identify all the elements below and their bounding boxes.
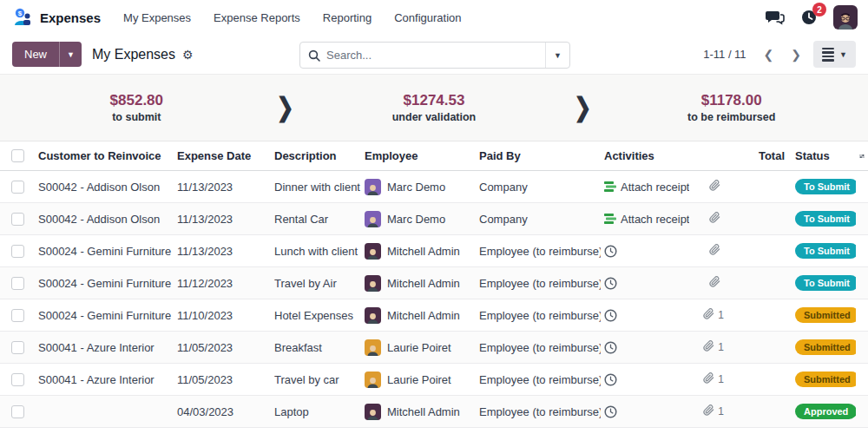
stat-to-be-reimbursed[interactable]: $1178.00 to be reimbursed bbox=[595, 92, 868, 123]
row-checkbox[interactable] bbox=[11, 341, 24, 354]
menu-reporting[interactable]: Reporting bbox=[323, 11, 372, 24]
activities-cell[interactable] bbox=[601, 245, 689, 258]
description-cell: Lunch with client bbox=[271, 245, 361, 258]
clock-activity-icon[interactable] bbox=[604, 309, 617, 322]
new-button[interactable]: New ▼ bbox=[12, 42, 82, 67]
menu-configuration[interactable]: Configuration bbox=[394, 11, 461, 24]
description-cell: Travel by Air bbox=[271, 277, 361, 290]
menu-my-expenses[interactable]: My Expenses bbox=[123, 11, 191, 24]
row-checkbox[interactable] bbox=[11, 373, 24, 386]
clock-activity-icon[interactable] bbox=[604, 373, 617, 386]
table-row[interactable]: S00042 - Addison Olson 11/13/2023 Dinner… bbox=[0, 171, 868, 203]
paperclip-icon bbox=[703, 308, 714, 322]
table-row[interactable]: S00041 - Azure Interior 11/05/2023 Break… bbox=[0, 332, 868, 364]
messages-icon[interactable] bbox=[766, 10, 785, 25]
row-checkbox[interactable] bbox=[11, 213, 24, 226]
clock-activity-icon[interactable] bbox=[604, 245, 617, 258]
stat-to-submit[interactable]: $852.80 to submit bbox=[0, 92, 273, 123]
activities-cell[interactable] bbox=[601, 405, 689, 418]
table-row[interactable]: S00041 - Azure Interior 11/05/2023 Trave… bbox=[0, 364, 868, 396]
search-filters-caret-icon[interactable]: ▼ bbox=[545, 43, 569, 68]
customer-cell: S00024 - Gemini Furniture bbox=[35, 245, 174, 258]
expense-summary-banner: $852.80 to submit ❯ $1274.53 under valid… bbox=[0, 75, 868, 141]
table-row[interactable]: S00024 - Gemini Furniture 11/13/2023 Lun… bbox=[0, 235, 868, 267]
expenses-app-icon[interactable]: $ bbox=[10, 7, 33, 28]
paperclip-icon bbox=[709, 276, 720, 290]
attachment-cell bbox=[689, 180, 727, 194]
attachment-cell: 1 bbox=[689, 340, 727, 354]
activities-cell[interactable] bbox=[601, 341, 689, 354]
search-bar: ▼ bbox=[299, 42, 570, 69]
search-input[interactable] bbox=[326, 49, 545, 62]
employee-avatar bbox=[365, 307, 381, 324]
stat-under-validation[interactable]: $1274.53 under validation bbox=[298, 92, 571, 123]
paperclip-icon bbox=[703, 404, 714, 418]
pager-prev-icon[interactable]: ❮ bbox=[759, 46, 779, 63]
stat-to-be-reimbursed-label: to be reimbursed bbox=[595, 111, 868, 123]
activity-label[interactable]: Attach receipt bbox=[621, 213, 689, 226]
new-button-label[interactable]: New bbox=[12, 42, 59, 67]
attachment-count: 1 bbox=[718, 405, 724, 418]
app-name[interactable]: Expenses bbox=[40, 10, 101, 25]
paid-by-cell: Employee (to reimburse) bbox=[476, 405, 601, 418]
expense-date-cell: 04/03/2023 bbox=[174, 405, 271, 418]
paid-by-cell: Employee (to reimburse) bbox=[476, 277, 601, 290]
employee-name: Laurie Poiret bbox=[387, 341, 451, 354]
employee-name: Mitchell Admin bbox=[387, 277, 460, 290]
expense-date-cell: 11/12/2023 bbox=[174, 277, 271, 290]
activities-cell[interactable] bbox=[601, 309, 689, 322]
description-cell: Travel by car bbox=[271, 373, 361, 386]
new-dropdown-caret[interactable]: ▼ bbox=[59, 42, 82, 67]
activities-clock-icon[interactable]: 2 bbox=[800, 9, 818, 26]
header-status[interactable]: Status bbox=[788, 149, 856, 162]
employee-avatar bbox=[365, 243, 381, 260]
clock-activity-icon[interactable] bbox=[604, 341, 617, 354]
stat-to-submit-label: to submit bbox=[0, 111, 273, 123]
row-checkbox[interactable] bbox=[11, 405, 24, 418]
chevron-right-icon: ❯ bbox=[273, 93, 298, 123]
table-row[interactable]: S00042 - Addison Olson 11/13/2023 Rental… bbox=[0, 203, 868, 235]
select-all-checkbox[interactable] bbox=[11, 149, 24, 162]
activity-label[interactable]: Attach receipt bbox=[621, 181, 689, 194]
table-row[interactable]: S00024 - Gemini Furniture 11/12/2023 Tra… bbox=[0, 267, 868, 299]
activities-cell[interactable]: Attach receipt bbox=[601, 213, 689, 226]
header-description[interactable]: Description bbox=[271, 149, 361, 162]
header-paid-by[interactable]: Paid By bbox=[476, 149, 601, 162]
activities-cell[interactable] bbox=[601, 373, 689, 386]
attachment-cell bbox=[689, 276, 727, 290]
row-checkbox[interactable] bbox=[11, 245, 24, 258]
clock-activity-icon[interactable] bbox=[604, 405, 617, 418]
row-checkbox[interactable] bbox=[11, 181, 24, 194]
employee-cell: Mitchell Admin bbox=[361, 307, 476, 324]
description-cell: Hotel Expenses bbox=[271, 309, 361, 322]
attach-receipt-activity-icon[interactable] bbox=[604, 213, 616, 225]
description-cell: Rental Car bbox=[271, 213, 361, 226]
table-row[interactable]: S00024 - Gemini Furniture 11/10/2023 Hot… bbox=[0, 299, 868, 332]
header-expense-date[interactable]: Expense Date bbox=[174, 149, 271, 162]
paid-by-cell: Employee (to reimburse) bbox=[476, 245, 601, 258]
paid-by-cell: Company bbox=[476, 181, 601, 194]
user-avatar[interactable] bbox=[833, 5, 858, 30]
attach-receipt-activity-icon[interactable] bbox=[604, 181, 616, 193]
status-badge: Approved bbox=[795, 404, 856, 419]
header-total[interactable]: Total bbox=[727, 149, 788, 162]
header-activities[interactable]: Activities bbox=[601, 149, 689, 162]
row-checkbox[interactable] bbox=[11, 309, 24, 322]
activities-cell[interactable] bbox=[601, 277, 689, 290]
header-employee[interactable]: Employee bbox=[361, 149, 476, 162]
menu-expense-reports[interactable]: Expense Reports bbox=[214, 11, 300, 24]
attachment-count: 1 bbox=[718, 341, 724, 353]
table-row[interactable]: 04/03/2023 Laptop Mitchell Admin Employe… bbox=[0, 396, 868, 428]
clock-activity-icon[interactable] bbox=[604, 277, 617, 290]
adjust-columns-icon[interactable] bbox=[856, 151, 868, 161]
status-badge: To Submit bbox=[795, 243, 856, 259]
description-cell: Breakfast bbox=[271, 341, 361, 354]
activities-cell[interactable]: Attach receipt bbox=[601, 181, 689, 194]
view-switcher-button[interactable]: ▼ bbox=[813, 41, 856, 68]
attachment-cell: 1 bbox=[689, 372, 727, 386]
paperclip-icon bbox=[703, 372, 714, 386]
view-gear-icon[interactable]: ⚙ bbox=[182, 48, 194, 62]
pager-next-icon[interactable]: ❯ bbox=[786, 46, 806, 63]
row-checkbox[interactable] bbox=[11, 277, 24, 290]
header-customer[interactable]: Customer to Reinvoice bbox=[35, 149, 174, 162]
